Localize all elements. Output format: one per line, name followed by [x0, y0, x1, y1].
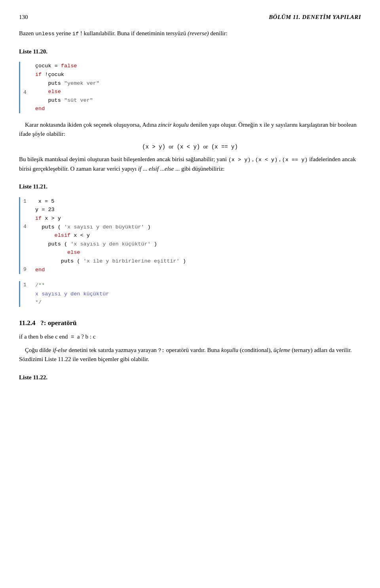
ternary-formula: if a then b else c end ≡ a ? b : c: [19, 332, 361, 341]
paragraph-explanation: Bu bileşik mantıksal deyimi oluşturan ba…: [19, 155, 361, 173]
subsection-11-2-4: 11.2.4 ?: operatörü: [19, 318, 361, 328]
chapter-title: BÖLÜM 11. DENETİM YAPILARI: [269, 13, 361, 22]
output-pre-11-21: 1/** x sayısı y den küçüktür */: [35, 281, 361, 307]
listing-11-21-title: Liste 11.21.: [19, 182, 361, 191]
reverse-term: (reverse): [188, 30, 209, 36]
intro-paragraph: Bazen unless yerine if ! kullanılabilir.…: [19, 29, 361, 38]
code-pre-11-20: çocuk = false if !çocuk puts "yemek ver"…: [35, 62, 361, 113]
paragraph-ternary-explanation: Çoğu dilde if-else denetini tek satırda …: [19, 346, 361, 364]
subsection-heading: ?: operatörü: [40, 319, 76, 327]
paragraph-chain-condition: Karar noktasında ikiden çok seçenek oluş…: [19, 120, 361, 139]
page-header: 130 BÖLÜM 11. DENETİM YAPILARI: [19, 13, 361, 22]
page-number: 130: [19, 13, 28, 22]
code-pre-11-21: 1x = 5 y = 23 if x > y 4 puts ( 'x sayıs…: [35, 197, 361, 274]
listing-11-22-title: Liste 11.22.: [19, 373, 361, 382]
output-block-11-21: 1/** x sayısı y den küçüktür */: [19, 281, 361, 307]
listing-11-20-title: Liste 11.20.: [19, 47, 361, 56]
boolean-expression: (x > y) or (x < y) or (x == y): [19, 143, 361, 152]
code-block-11-20: çocuk = false if !çocuk puts "yemek ver"…: [19, 62, 361, 113]
subsection-number: 11.2.4: [19, 319, 36, 327]
code-if: if: [72, 31, 79, 37]
code-unless: unless: [35, 31, 55, 37]
code-block-11-21: 1x = 5 y = 23 if x > y 4 puts ( 'x sayıs…: [19, 197, 361, 274]
